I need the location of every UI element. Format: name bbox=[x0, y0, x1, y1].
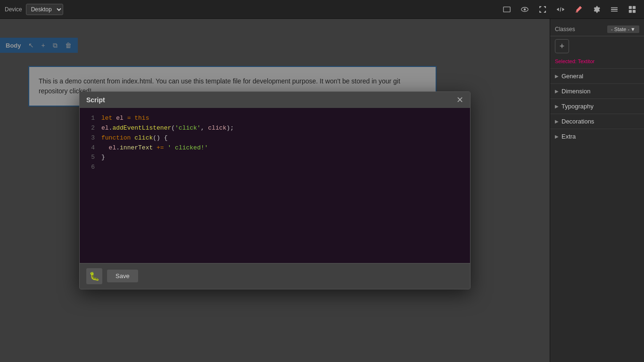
extra-label: Extra bbox=[561, 133, 576, 140]
modal-close-btn[interactable]: ✕ bbox=[456, 96, 463, 104]
svg-rect-4 bbox=[611, 9, 618, 10]
svg-rect-5 bbox=[611, 10, 618, 11]
device-select[interactable]: Desktop Tablet Mobile bbox=[26, 4, 63, 15]
dimension-label: Dimension bbox=[561, 88, 590, 95]
typography-section[interactable]: ▶ Typography bbox=[550, 99, 644, 114]
selected-prefix: Selected: bbox=[555, 58, 578, 64]
gear-icon-btn[interactable] bbox=[589, 3, 603, 16]
code-line-4: 4 el.innerText += ' clicked!' bbox=[87, 143, 462, 153]
add-class-btn[interactable]: + bbox=[555, 39, 569, 53]
svg-rect-0 bbox=[504, 7, 510, 12]
modal-header: Script ✕ bbox=[80, 92, 470, 108]
save-btn[interactable]: Save bbox=[107, 270, 138, 282]
device-label: Device bbox=[5, 6, 22, 13]
code-line-6: 6 bbox=[87, 163, 462, 173]
code-empty-space bbox=[87, 173, 462, 257]
eye-icon-btn[interactable] bbox=[518, 3, 532, 16]
code-line-2: 2 el.addEventListener('click', click); bbox=[87, 123, 462, 133]
extra-arrow: ▶ bbox=[555, 134, 559, 139]
state-dropdown-btn[interactable]: - State - ▼ bbox=[607, 25, 639, 33]
decorations-section[interactable]: ▶ Decorations bbox=[550, 114, 644, 129]
code-editor[interactable]: 1 let el = this 2 el.addEventListener('c… bbox=[80, 108, 470, 263]
right-panel: Classes - State - ▼ + Selected: Textitor… bbox=[550, 19, 644, 362]
svg-rect-6 bbox=[629, 6, 632, 8]
code-line-5: 5 } bbox=[87, 153, 462, 163]
state-arrow: ▼ bbox=[630, 26, 636, 32]
top-toolbar: Device Desktop Tablet Mobile bbox=[0, 0, 644, 19]
svg-rect-9 bbox=[633, 9, 636, 12]
code-line-1: 1 let el = this bbox=[87, 114, 462, 123]
modal-title: Script bbox=[86, 96, 105, 104]
classes-label: Classes bbox=[555, 26, 575, 33]
script-modal: Script ✕ 1 let el = this 2 el.addEventLi… bbox=[79, 91, 471, 289]
extra-section[interactable]: ▶ Extra bbox=[550, 129, 644, 144]
canvas-area: Body ↖ + ⧉ 🗑 This is a demo content from… bbox=[0, 19, 550, 362]
dimension-arrow: ▶ bbox=[555, 89, 559, 94]
grid-icon-btn[interactable] bbox=[625, 3, 639, 16]
modal-footer: 🐛 Save bbox=[80, 263, 470, 289]
right-panel-header: Classes - State - ▼ bbox=[550, 23, 644, 36]
code-icon-btn[interactable] bbox=[553, 3, 568, 16]
selected-info: Selected: Textitor bbox=[550, 56, 644, 68]
debug-btn[interactable]: 🐛 bbox=[86, 268, 102, 284]
typography-label: Typography bbox=[561, 103, 594, 110]
typography-arrow: ▶ bbox=[555, 104, 559, 109]
general-label: General bbox=[561, 73, 583, 80]
svg-rect-3 bbox=[611, 7, 618, 8]
state-label: - State - bbox=[611, 26, 629, 32]
svg-rect-7 bbox=[633, 6, 636, 8]
main-layout: Body ↖ + ⧉ 🗑 This is a demo content from… bbox=[0, 19, 644, 362]
decorations-label: Decorations bbox=[561, 118, 594, 125]
code-line-3: 3 function click() { bbox=[87, 133, 462, 143]
decorations-arrow: ▶ bbox=[555, 119, 559, 124]
dimension-section[interactable]: ▶ Dimension bbox=[550, 83, 644, 99]
rectangle-icon-btn[interactable] bbox=[500, 3, 514, 16]
menu-icon-btn[interactable] bbox=[607, 3, 621, 16]
brush-icon-btn[interactable] bbox=[571, 3, 586, 16]
general-arrow: ▶ bbox=[555, 74, 559, 79]
svg-point-2 bbox=[524, 8, 526, 10]
selected-value: Textitor bbox=[578, 58, 594, 64]
fullscreen-icon-btn[interactable] bbox=[536, 3, 550, 16]
modal-overlay: Script ✕ 1 let el = this 2 el.addEventLi… bbox=[0, 19, 550, 362]
general-section[interactable]: ▶ General bbox=[550, 68, 644, 83]
svg-rect-8 bbox=[629, 9, 632, 12]
